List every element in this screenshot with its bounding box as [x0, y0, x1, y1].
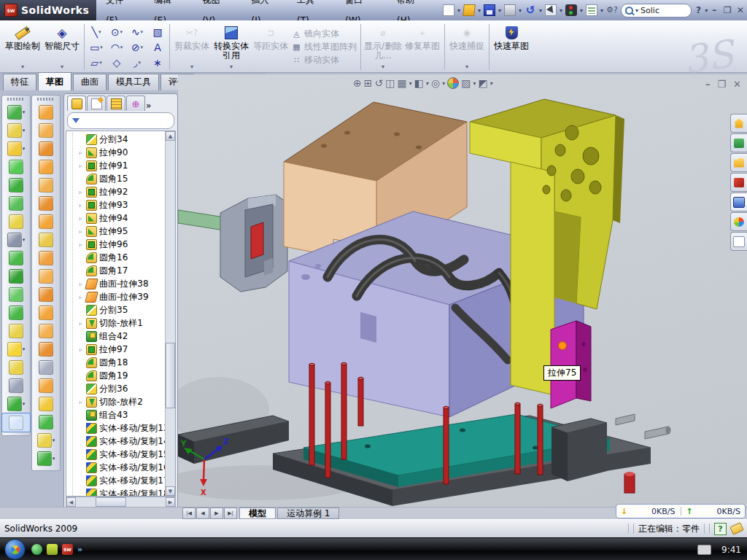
manager-tab-propertymanager[interactable] — [87, 96, 106, 111]
thicken-button[interactable] — [32, 340, 60, 358]
doc-close-button[interactable]: ✕ — [733, 79, 741, 90]
save-icon[interactable] — [484, 4, 495, 16]
quick-launch-expand-icon[interactable]: » — [77, 545, 82, 554]
sketch-button[interactable]: 草图绘制 ▾ — [3, 23, 42, 71]
delete-body-button[interactable]: ▾ — [2, 340, 30, 358]
repair-sketch-button[interactable]: ＋ 修复草图 — [403, 23, 442, 71]
select-arrow-caret[interactable]: ▾ — [560, 7, 562, 14]
task-pane-tab-custom-properties[interactable] — [730, 232, 747, 251]
trim-entities-button[interactable]: ✂? 剪裁实体 ▾ — [172, 23, 212, 71]
scroll-right-button[interactable]: ▶ — [166, 497, 175, 507]
expander-icon[interactable]: ▹ — [77, 281, 84, 287]
tree-item-7[interactable]: ▹拉伸95 — [77, 225, 166, 238]
task-pane-tab-design-library[interactable] — [730, 133, 747, 152]
tree-item-5[interactable]: ▹拉伸93 — [77, 198, 166, 211]
rapid-sketch-button[interactable]: 快速草图 — [492, 23, 531, 71]
trim-surface-button[interactable] — [32, 303, 60, 322]
section-view-icon[interactable]: ◫ — [385, 77, 395, 89]
move-entities-button[interactable]: ∷ 移动实体 — [290, 54, 358, 67]
curve-button[interactable]: ▾ — [2, 394, 30, 413]
zoom-fit-icon[interactable]: ⊕ — [353, 77, 362, 89]
task-pane-tab-view-palette[interactable] — [730, 192, 747, 211]
boundary-boss-button[interactable] — [2, 194, 30, 212]
ribbon-tab-1[interactable]: 草图 — [38, 72, 71, 90]
expander-icon[interactable]: ▹ — [77, 320, 84, 327]
extruded-boss-caret[interactable]: ▾ — [23, 109, 26, 115]
sketch-text-button[interactable]: A — [148, 39, 167, 55]
tree-vertical-scrollbar[interactable]: ▲ ▼ — [165, 131, 175, 496]
slot-caret[interactable]: ▾ — [99, 60, 102, 66]
undo-caret[interactable]: ▾ — [539, 7, 542, 14]
keyboard-layout-icon[interactable] — [697, 545, 711, 555]
manager-tabs-overflow-icon[interactable]: » — [146, 101, 151, 111]
tree-item-23[interactable]: 实体-移动/复制14 — [77, 435, 166, 448]
manager-tab-featuremanager-tree[interactable] — [67, 96, 86, 111]
view-settings-icon[interactable]: ◩ — [478, 77, 487, 89]
mirror-entities-button[interactable]: ◬ 镜向实体 — [290, 28, 358, 41]
model-side-block[interactable] — [551, 321, 591, 408]
quick-snaps-button[interactable]: ◉ 快速捕捉 ▾ — [447, 23, 487, 71]
scroll-thumb[interactable] — [96, 497, 126, 507]
previous-view-icon[interactable]: ↺ — [374, 77, 383, 89]
minimize-button[interactable]: – — [708, 5, 721, 15]
sketch-sketch-fillet-button[interactable]: ◞▾ — [128, 55, 147, 70]
move-body-button[interactable] — [2, 303, 30, 322]
zoom-area-icon[interactable]: ⊞ — [364, 77, 373, 89]
new-document-caret[interactable]: ▾ — [457, 7, 460, 14]
line-caret[interactable]: ▾ — [98, 29, 101, 35]
tree-item-6[interactable]: ▹拉伸94 — [77, 211, 166, 225]
quick-tips-icon[interactable]: ? — [714, 523, 727, 535]
expander-icon[interactable]: ▹ — [77, 241, 84, 248]
tree-item-11[interactable]: ▹曲面-拉伸38 — [77, 277, 166, 290]
sketch-fillet-caret[interactable]: ▾ — [138, 60, 141, 66]
boundary-surface-button[interactable] — [32, 176, 60, 194]
axis-button[interactable] — [2, 376, 30, 394]
freeform-button[interactable] — [32, 413, 60, 431]
ruled-surface-button[interactable] — [32, 376, 60, 394]
tab-motion-study[interactable]: 运动算例 1 — [277, 508, 339, 519]
apply-scene-caret[interactable]: ▾ — [473, 80, 476, 87]
manager-tab-dimxpertmanager[interactable]: ⊕ — [126, 96, 145, 111]
hide-show-items-icon[interactable]: ◎ — [431, 77, 440, 89]
tab-prev-button[interactable]: ◀ — [196, 508, 209, 519]
linear-pattern-button[interactable]: ▾ — [2, 230, 30, 249]
model-gray-clamp[interactable] — [220, 195, 287, 292]
tree-item-12[interactable]: ▹曲面-拉伸39 — [77, 290, 166, 303]
arc-caret[interactable]: ▾ — [120, 44, 123, 50]
sketch-arc-button[interactable]: ◠▾ — [107, 39, 126, 55]
scroll-down-button[interactable]: ▼ — [166, 486, 175, 496]
sketch-circle-button[interactable]: ⊙▾ — [107, 24, 126, 39]
plane-button[interactable] — [2, 358, 30, 376]
task-pane-tab-toolbox[interactable] — [730, 173, 747, 192]
smart-dimension-button[interactable]: ◈ 智能尺寸 ▾ — [42, 23, 82, 71]
extruded-surface-button[interactable] — [32, 103, 60, 121]
view-orientation-icon[interactable]: ▦ — [397, 77, 406, 89]
scroll-left-button[interactable]: ◀ — [66, 497, 76, 507]
expander-icon[interactable]: ▹ — [77, 346, 84, 353]
filled-surface-button[interactable] — [32, 230, 60, 249]
extruded-cut-caret[interactable]: ▾ — [23, 128, 26, 133]
scroll-thumb[interactable] — [166, 343, 175, 408]
expander-icon[interactable]: ▹ — [77, 202, 84, 209]
tree-horizontal-scrollbar[interactable]: ◀ ▶ — [66, 497, 176, 508]
planar-surface-button[interactable] — [32, 212, 60, 230]
delete-body-caret[interactable]: ▾ — [23, 346, 26, 352]
doc-restore-button[interactable]: ❐ — [717, 79, 726, 90]
reference-geometry-button[interactable]: ▾ — [32, 431, 60, 449]
rebuild-traffic-light-icon[interactable] — [565, 4, 577, 16]
linear-sketch-pattern-button[interactable]: ▦ 线性草图阵列 — [290, 41, 358, 54]
search-dropdown-caret[interactable]: ▾ — [635, 7, 638, 14]
hole-wizard-button[interactable] — [2, 212, 30, 230]
tree-item-9[interactable]: 圆角16 — [77, 251, 166, 264]
reference-geometry-caret[interactable]: ▾ — [53, 438, 55, 443]
tree-item-21[interactable]: 组合43 — [77, 408, 166, 421]
sketch-slot-button[interactable]: ▱▾ — [87, 55, 106, 70]
tree-item-19[interactable]: 分割36 — [77, 382, 166, 395]
tab-last-button[interactable]: ▶| — [224, 508, 237, 519]
sketch-point-button[interactable]: ∗ — [148, 55, 167, 70]
expander-icon[interactable]: ▹ — [77, 399, 84, 405]
print-caret[interactable]: ▾ — [519, 7, 522, 14]
delete-hole-button[interactable] — [32, 285, 60, 303]
tree-item-16[interactable]: ▹拉伸97 — [77, 343, 166, 356]
edit-appearance-icon[interactable] — [447, 77, 459, 89]
